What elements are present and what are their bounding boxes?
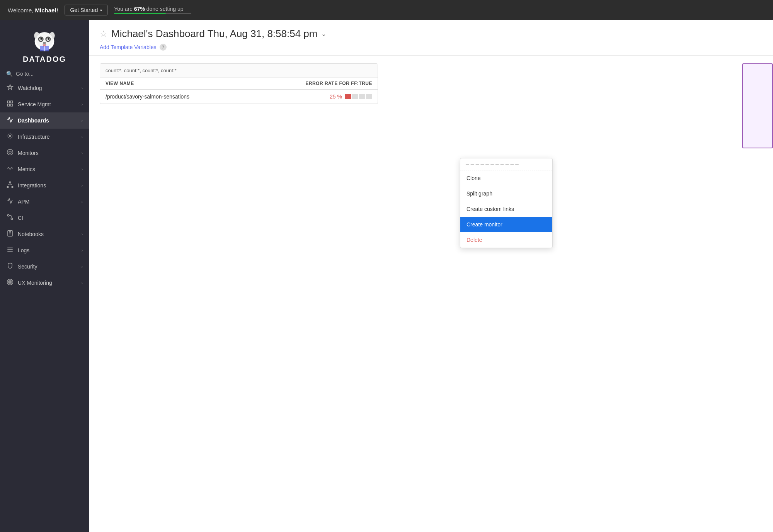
search-label: Go to... [16, 71, 34, 77]
context-menu-item-create-monitor[interactable]: Create monitor [460, 217, 552, 232]
ci-icon [6, 214, 14, 222]
widget-table-header: VIEW NAME ERROR RATE FOR FF:TRUE [100, 78, 378, 90]
datadog-logo-icon [29, 28, 60, 55]
sidebar-item-notebooks[interactable]: Notebooks › [0, 226, 89, 242]
sidebar-item-service-mgmt[interactable]: Service Mgmt › [0, 96, 89, 112]
sidebar-item-monitors[interactable]: Monitors › [0, 145, 89, 161]
column-header-view-name: VIEW NAME [100, 78, 253, 90]
context-menu-header: ─ ─ ─ ─ ─ ─ ─ ─ ─ ─ ─ [460, 158, 552, 170]
sidebar-item-integrations[interactable]: Integrations › [0, 177, 89, 194]
chevron-right-icon: › [82, 265, 83, 269]
sidebar-item-label: Security [18, 263, 78, 270]
chevron-right-icon: › [82, 281, 83, 285]
bar-filled [345, 94, 351, 99]
sidebar-logo[interactable]: DATADOG [0, 20, 89, 68]
svg-point-19 [7, 150, 13, 155]
bar-empty [366, 94, 372, 99]
sidebar-item-label: Infrastructure [18, 134, 78, 140]
context-menu-item-delete[interactable]: Delete [460, 232, 552, 248]
svg-point-10 [43, 42, 46, 44]
error-rate-cell: 25 % [253, 90, 378, 104]
sidebar-item-label: Notebooks [18, 231, 78, 237]
search-icon: 🔍 [6, 71, 13, 77]
table-row: /product/savory-salmon-sensations 25 % [100, 90, 378, 104]
sidebar-item-label: Integrations [18, 182, 78, 189]
sidebar-item-label: Metrics [18, 166, 78, 172]
svg-point-22 [11, 218, 13, 220]
apm-icon [6, 197, 14, 206]
chevron-right-icon: › [82, 102, 83, 107]
table-widget: count:*, count:*, count:*, count:* VIEW … [100, 63, 378, 104]
logs-icon [6, 246, 14, 255]
chevron-right-icon: › [82, 248, 83, 253]
dashboard-title-row: ☆ Michael's Dashboard Thu, Aug 31, 8:58:… [100, 28, 762, 40]
dashboard-title: Michael's Dashboard Thu, Aug 31, 8:58:54… [111, 28, 317, 40]
chevron-right-icon: › [82, 167, 83, 172]
dashboard-header: ☆ Michael's Dashboard Thu, Aug 31, 8:58:… [89, 20, 773, 56]
watchdog-icon [6, 84, 14, 92]
help-icon[interactable]: ? [160, 44, 167, 51]
sidebar-item-label: CI [18, 215, 83, 221]
sidebar-item-apm[interactable]: APM › [0, 194, 89, 210]
sidebar-item-ux-monitoring[interactable]: UX Monitoring › [0, 275, 89, 291]
sidebar-item-infrastructure[interactable]: Infrastructure › [0, 129, 89, 145]
chevron-down-icon: ▾ [100, 8, 102, 12]
sidebar-item-label: UX Monitoring [18, 280, 78, 286]
context-menu-item-create-custom-links[interactable]: Create custom links [460, 201, 552, 217]
svg-point-8 [40, 38, 42, 40]
brand-name: DATADOG [23, 55, 66, 64]
monitors-icon [6, 149, 14, 157]
svg-point-18 [9, 135, 11, 137]
svg-point-21 [7, 214, 9, 216]
service-mgmt-icon [6, 100, 14, 109]
svg-rect-14 [7, 101, 9, 103]
add-template-variables-link[interactable]: Add Template Variables [100, 44, 157, 50]
progress-bar-fill [114, 13, 166, 14]
column-header-error-rate: ERROR RATE FOR FF:TRUE [253, 78, 378, 90]
widget-query-bar: count:*, count:*, count:*, count:* [100, 64, 378, 78]
svg-point-20 [9, 151, 11, 153]
notebooks-icon [6, 230, 14, 238]
svg-rect-16 [7, 104, 9, 106]
sidebar: DATADOG 🔍 Go to... Watchdog › Service Mg… [0, 20, 89, 532]
ux-monitoring-icon [6, 279, 14, 287]
svg-rect-17 [11, 104, 13, 106]
sidebar-item-label: Monitors [18, 150, 78, 156]
bar-empty [359, 94, 365, 99]
welcome-message: Welcome, Michael! [8, 7, 58, 14]
get-started-label: Get Started [70, 7, 98, 13]
bar-empty [352, 94, 358, 99]
sidebar-item-metrics[interactable]: Metrics › [0, 161, 89, 177]
security-icon [6, 262, 14, 271]
chevron-right-icon: › [82, 232, 83, 236]
dashboards-icon [6, 116, 14, 125]
sidebar-search[interactable]: 🔍 Go to... [0, 68, 89, 80]
context-menu-item-split-graph[interactable]: Split graph [460, 186, 552, 201]
sidebar-item-dashboards[interactable]: Dashboards › [0, 112, 89, 129]
chevron-right-icon: › [82, 119, 83, 123]
sidebar-item-logs[interactable]: Logs › [0, 242, 89, 258]
purple-widget-partial [742, 63, 773, 148]
progress-bar [114, 13, 191, 14]
add-template-row: Add Template Variables ? [100, 44, 762, 51]
view-name-cell: /product/savory-salmon-sensations [100, 90, 253, 104]
sidebar-item-ci[interactable]: CI [0, 210, 89, 226]
infrastructure-icon [6, 133, 14, 141]
sidebar-item-security[interactable]: Security › [0, 258, 89, 275]
widget-table-body: /product/savory-salmon-sensations 25 % [100, 90, 378, 104]
progress-text: You are 67% done setting up [114, 6, 191, 12]
svg-point-31 [9, 280, 12, 284]
widget-table: VIEW NAME ERROR RATE FOR FF:TRUE /produc… [100, 78, 378, 104]
sidebar-item-watchdog[interactable]: Watchdog › [0, 80, 89, 96]
sidebar-item-label: APM [18, 199, 78, 205]
progress-indicator: You are 67% done setting up [114, 6, 191, 14]
chevron-right-icon: › [82, 184, 83, 188]
get-started-button[interactable]: Get Started ▾ [65, 5, 108, 15]
sidebar-item-label: Watchdog [18, 85, 78, 91]
sidebar-item-label: Logs [18, 247, 78, 253]
chevron-right-icon: › [82, 86, 83, 90]
favorite-star-icon[interactable]: ☆ [100, 29, 107, 39]
title-dropdown-icon[interactable]: ⌄ [321, 30, 326, 37]
topbar: Welcome, Michael! Get Started ▾ You are … [0, 0, 773, 20]
context-menu-item-clone[interactable]: Clone [460, 170, 552, 186]
